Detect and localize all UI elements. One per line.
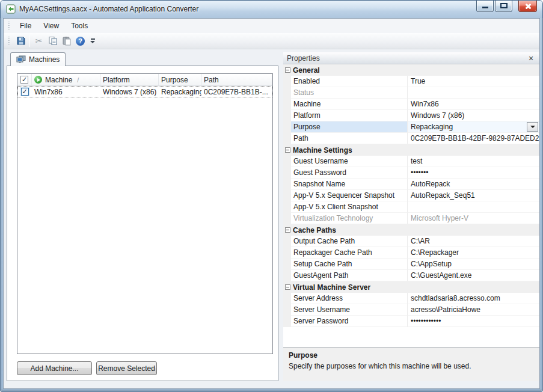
property-label: Setup Cache Path — [291, 259, 408, 270]
property-category[interactable]: Cache Paths — [283, 224, 539, 236]
collapse-icon[interactable] — [285, 147, 290, 153]
column-header-purpose[interactable]: Purpose — [159, 74, 201, 85]
maximize-button[interactable] — [495, 1, 512, 12]
property-row[interactable]: Server Password•••••••••••• — [283, 316, 539, 327]
toolbar-separator — [29, 35, 30, 47]
toolbar-grip-handle[interactable] — [8, 37, 10, 46]
property-row[interactable]: Status — [283, 87, 539, 99]
cell-purpose: Repackaging — [159, 86, 201, 97]
property-value[interactable]: Windows 7 (x86) — [408, 110, 539, 121]
menu-file[interactable]: File — [14, 20, 37, 32]
machine-status-icon — [34, 76, 42, 84]
property-value[interactable]: test — [408, 156, 539, 167]
property-row[interactable]: GuestAgent PathC:\GuestAgent.exe — [283, 270, 539, 281]
copy-icon — [48, 36, 58, 46]
machines-button-row: Add Machine... Remove Selected — [17, 361, 157, 375]
property-value[interactable]: C:\GuestAgent.exe — [408, 270, 539, 281]
property-label: Virtualization Technology — [291, 213, 408, 224]
column-header-path[interactable]: Path — [201, 74, 272, 85]
property-row[interactable]: Guest Usernametest — [283, 156, 539, 167]
menu-tools[interactable]: Tools — [65, 20, 94, 32]
overflow-icon — [91, 38, 95, 40]
property-row[interactable]: Server Usernameacresso\PatriciaHowe — [283, 304, 539, 316]
cell-path: 0C209E7B-BB1B-... — [201, 86, 272, 97]
property-row[interactable]: Output Cache PathC:\AR — [283, 236, 539, 247]
tab-machines[interactable]: Machines — [10, 52, 66, 66]
column-header-machine[interactable]: Machine / — [32, 74, 100, 85]
property-row[interactable]: PlatformWindows 7 (x86) — [283, 110, 539, 121]
property-row[interactable]: Path0C209E7B-BB1B-42BF-9829-87ADED2E — [283, 133, 539, 144]
property-row[interactable]: Repackager Cache PathC:\Repackager — [283, 247, 539, 259]
help-icon: ? — [76, 37, 85, 46]
cell-machine: Win7x86 — [32, 86, 100, 97]
property-row[interactable]: App-V 5.x Sequencer SnapshotAutoRepack_S… — [283, 190, 539, 201]
property-row[interactable]: App-V 5.x Client Snapshot — [283, 201, 539, 213]
add-machine-button[interactable]: Add Machine... — [17, 361, 92, 375]
properties-close-button[interactable]: × — [526, 54, 536, 63]
overflow-icon — [90, 41, 95, 43]
property-row[interactable]: EnabledTrue — [283, 76, 539, 87]
machines-table: ✓ Machine / Platform Purpose Path ✓Win7x… — [17, 73, 273, 354]
property-value[interactable]: C:\AppSetup — [408, 259, 539, 270]
property-row[interactable]: Virtualization TechnologyMicrosoft Hyper… — [283, 213, 539, 224]
property-value[interactable]: schdtladsaria8.acresso.com — [408, 293, 539, 304]
property-row[interactable]: Snapshot NameAutoRepack — [283, 179, 539, 190]
category-label: General — [293, 66, 320, 75]
property-row[interactable]: Setup Cache PathC:\AppSetup — [283, 259, 539, 270]
collapse-icon[interactable] — [285, 284, 290, 290]
cut-button[interactable]: ✂ — [32, 34, 46, 47]
dropdown-button[interactable] — [527, 122, 538, 132]
property-value[interactable]: 0C209E7B-BB1B-42BF-9829-87ADED2E — [408, 133, 539, 144]
property-row[interactable]: MachineWin7x86 — [283, 99, 539, 110]
property-category[interactable]: General — [283, 64, 539, 76]
paste-button[interactable] — [60, 34, 73, 47]
property-category[interactable]: Machine Settings — [283, 144, 539, 156]
property-value[interactable]: •••••••••••• — [408, 316, 539, 327]
property-category[interactable]: Virtual Machine Server — [283, 281, 539, 293]
property-value[interactable]: AutoRepack — [408, 179, 539, 190]
column-header-platform[interactable]: Platform — [100, 74, 159, 85]
collapse-icon[interactable] — [285, 67, 290, 73]
menu-view[interactable]: View — [37, 20, 65, 32]
remove-selected-button[interactable]: Remove Selected — [96, 361, 157, 375]
property-value[interactable]: Repackaging — [408, 121, 539, 133]
close-button[interactable] — [518, 1, 537, 12]
property-value[interactable]: Win7x86 — [408, 99, 539, 110]
cut-icon: ✂ — [35, 36, 43, 46]
title-bar[interactable]: MyAACSettings.aacx - Automated Applicati… — [1, 1, 542, 18]
property-row[interactable]: PurposeRepackaging — [283, 121, 539, 133]
help-button[interactable]: ? — [73, 34, 87, 47]
property-value[interactable] — [408, 201, 539, 213]
toolbar-overflow-button[interactable] — [88, 34, 97, 47]
row-checkbox[interactable]: ✓ — [21, 88, 29, 96]
machines-tab-icon — [16, 55, 26, 64]
table-row[interactable]: ✓Win7x86Windows 7 (x86)Repackaging0C209E… — [17, 86, 272, 97]
property-value[interactable]: AutoRepack_Seq51 — [408, 190, 539, 201]
save-icon — [16, 36, 26, 46]
select-all-checkbox[interactable]: ✓ — [20, 76, 28, 84]
property-value[interactable]: C:\AR — [408, 236, 539, 247]
machines-table-body: ✓Win7x86Windows 7 (x86)Repackaging0C209E… — [17, 86, 272, 97]
window-controls — [475, 1, 537, 12]
property-row[interactable]: Server Addressschdtladsaria8.acresso.com — [283, 293, 539, 304]
property-value[interactable]: True — [408, 76, 539, 87]
maximize-icon — [500, 3, 508, 8]
collapse-icon[interactable] — [285, 227, 290, 233]
property-value[interactable]: Microsoft Hyper-V — [408, 213, 539, 224]
property-label: Path — [291, 133, 408, 144]
menu-grip-handle[interactable] — [8, 22, 10, 31]
window: MyAACSettings.aacx - Automated Applicati… — [0, 0, 543, 392]
property-label: Guest Username — [291, 156, 408, 167]
property-value[interactable]: acresso\PatriciaHowe — [408, 304, 539, 316]
window-title: MyAACSettings.aacx - Automated Applicati… — [19, 1, 198, 17]
category-label: Virtual Machine Server — [293, 283, 370, 292]
property-value[interactable]: ••••••• — [408, 167, 539, 179]
property-value[interactable]: C:\Repackager — [408, 247, 539, 259]
app-icon — [6, 4, 16, 14]
minimize-button[interactable] — [476, 1, 494, 12]
property-value[interactable] — [408, 87, 539, 99]
copy-button[interactable] — [46, 34, 60, 47]
property-label: Platform — [291, 110, 408, 121]
save-button[interactable] — [14, 34, 28, 47]
property-row[interactable]: Guest Password••••••• — [283, 167, 539, 179]
